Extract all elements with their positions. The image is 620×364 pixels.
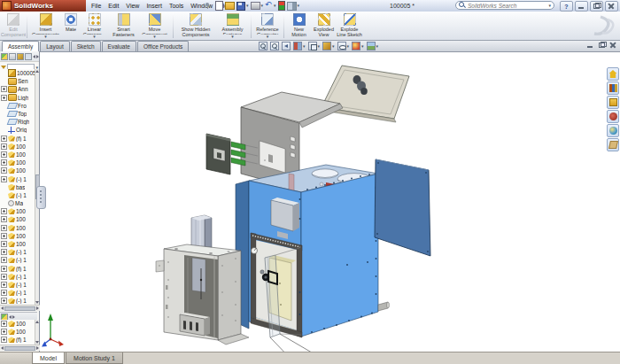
tree-item[interactable]: 100 [0,240,35,248]
tree-item[interactable]: bas [0,183,35,191]
apply-scene-icon[interactable] [367,42,376,50]
tree-item[interactable]: (-) 1 [0,174,35,182]
minimize-button[interactable] [575,1,588,12]
chevron-down-icon[interactable]: ▾ [298,4,300,8]
hide-show-items-icon[interactable] [337,42,346,50]
chevron-down-icon[interactable]: ▾ [548,4,551,8]
expand-icon[interactable] [1,216,7,222]
tree-item[interactable]: (f) 1 [0,336,35,344]
tree-item[interactable]: (-) 1 [0,289,35,297]
chevron-down-icon[interactable]: ▾ [93,35,96,38]
tree-item[interactable]: Sen [0,77,35,85]
solidworks-resources-button[interactable] [607,67,619,81]
tree-item[interactable]: 100 [0,207,35,215]
section-view-icon[interactable] [293,42,302,50]
expand-icon[interactable] [1,282,7,288]
move-componentbutton[interactable]: Move Component▾ [138,12,171,39]
scroll-left-icon[interactable] [33,55,35,58]
search-input[interactable] [468,2,546,9]
menu-tools[interactable]: Tools [166,3,187,9]
search-box[interactable]: ▾ [455,1,554,10]
close-button[interactable] [605,1,618,12]
tree-horizontal-scrollbar[interactable] [0,305,40,311]
expand-icon[interactable] [1,86,7,92]
tab-assembly[interactable]: Assembly [2,41,39,51]
tree-item[interactable]: 100 [0,151,35,159]
tree-item[interactable]: (-) 1 [0,273,35,281]
matebutton[interactable]: Mate [62,12,80,39]
tab-sketch[interactable]: Sketch [71,41,101,51]
expand-icon[interactable] [1,249,7,255]
show-hidden-componentsbutton[interactable]: Show Hidden Components [175,12,216,39]
tree-item[interactable]: (-) 1 [0,281,35,289]
chevron-down-icon[interactable]: ▾ [361,44,364,49]
tree-item[interactable]: (f) 1 [0,265,35,273]
tree-item[interactable]: Orig [0,126,35,134]
design-library-button[interactable] [607,81,619,95]
scroll-left-icon[interactable] [9,315,12,319]
display-style-icon[interactable] [322,42,331,50]
insert-componentsbutton[interactable]: Insert Components▾ [29,12,62,39]
tree-item[interactable]: (-) 1 [0,297,35,305]
expand-icon[interactable] [1,241,7,247]
tab-office-products[interactable]: Office Products [137,41,189,51]
expand-icon[interactable] [1,257,7,263]
chevron-down-icon[interactable]: ▾ [274,4,276,8]
tree-item[interactable]: 100 [0,320,35,328]
part-chassis-bracket[interactable] [156,215,249,345]
featuremanager-tab-icon[interactable] [1,53,8,60]
tree-item[interactable]: Ligh [0,94,35,102]
tree-item[interactable]: 100 [0,224,35,232]
rebuild-icon[interactable] [278,1,285,11]
expand-icon[interactable] [1,208,7,214]
linear-compon-button[interactable]: Linear Compon...▾ [80,12,109,39]
expand-icon[interactable] [1,266,7,272]
close-button[interactable] [609,42,617,49]
print-icon[interactable] [251,2,260,10]
expand-icon[interactable] [1,233,7,239]
chevron-down-icon[interactable]: ▾ [347,44,350,49]
expand-icon[interactable] [1,298,7,304]
chevron-down-icon[interactable]: ▾ [153,35,156,38]
tree-item[interactable]: 100 [0,143,35,151]
chevron-down-icon[interactable]: ▾ [44,35,47,38]
assembly-featuresbutton[interactable]: Assembly Features▾ [216,12,249,39]
tree-item[interactable]: 100 [0,232,35,240]
edit-appearance-icon[interactable] [352,42,360,50]
part-main-enclosure[interactable] [236,165,390,337]
chevron-down-icon[interactable]: ▾ [267,35,269,38]
tree-item[interactable]: (-) 1 [0,256,35,264]
expand-icon[interactable] [1,290,7,296]
search-button[interactable] [607,110,619,123]
help-button[interactable] [560,1,573,12]
expand-icon[interactable] [1,136,7,142]
tree-item[interactable]: (-) 1 [0,248,35,256]
menu-edit[interactable]: Edit [105,3,122,9]
pin-icon[interactable] [205,3,211,9]
tree-item[interactable]: Ann [0,85,35,93]
minimize-button[interactable] [586,42,594,49]
chevron-down-icon[interactable]: ▾ [246,4,249,8]
view-orientation-icon[interactable] [308,42,317,50]
expand-icon[interactable] [1,176,7,182]
chevron-down-icon[interactable]: ▾ [261,4,264,8]
zoom-to-area-icon[interactable] [270,42,279,50]
chevron-down-icon[interactable]: ▾ [231,35,234,38]
menu-insert[interactable]: Insert [143,3,166,9]
exploded-viewbutton[interactable]: Exploded View [312,12,336,39]
chevron-down-icon[interactable]: ▾ [332,44,335,49]
expand-icon[interactable] [1,159,7,166]
appearances-scenes-button[interactable] [607,124,619,137]
expand-icon[interactable] [1,321,7,327]
tree-item[interactable]: (f) 1 [0,135,35,143]
menu-view[interactable]: View [122,3,143,9]
expand-icon[interactable] [1,143,7,150]
chevron-down-icon[interactable]: ▾ [303,44,306,49]
pane2-horizontal-scrollbar[interactable] [0,345,40,351]
file-explorer-button[interactable] [607,96,619,109]
smart-fastenersbutton[interactable]: Smart Fasteners [109,12,138,39]
zoom-to-fit-icon[interactable] [259,42,267,50]
undo-icon[interactable] [265,2,273,10]
expand-icon[interactable] [1,337,7,343]
display-pane-icon[interactable] [287,2,297,11]
